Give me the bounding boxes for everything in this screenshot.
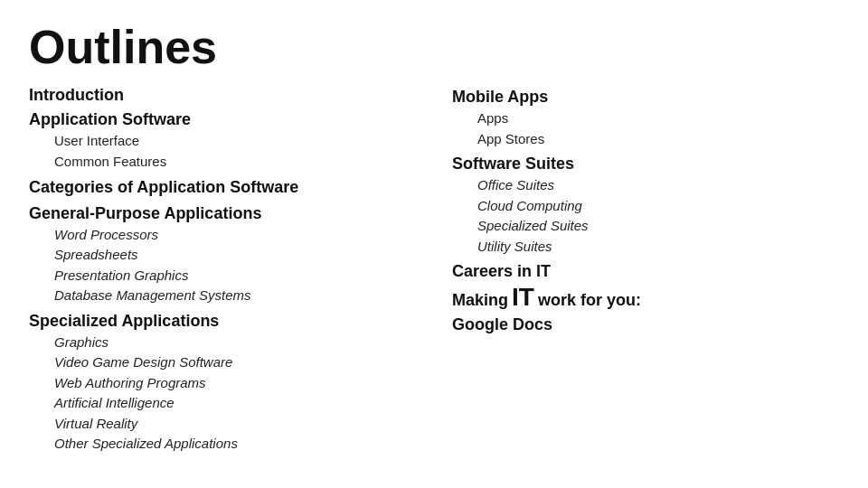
making-suffix: work for you:: [538, 291, 641, 310]
video-game-item: Video Game Design Software: [54, 352, 416, 373]
other-specialized-item: Other Specialized Applications: [54, 434, 416, 455]
general-purpose-heading: General-Purpose Applications: [29, 204, 416, 223]
database-management-item: Database Management Systems: [54, 286, 416, 306]
office-suites-item: Office Suites: [477, 175, 839, 196]
common-features-item: Common Features: [54, 152, 416, 173]
utility-suites-item: Utility Suites: [477, 237, 839, 258]
right-column: Mobile Apps Apps App Stores Software Sui…: [434, 82, 839, 454]
making-prefix: Making: [452, 291, 508, 310]
left-column: Introduction Application Software User I…: [29, 82, 434, 454]
user-interface-item: User Interface: [54, 131, 416, 152]
presentation-graphics-item: Presentation Graphics: [54, 266, 416, 286]
app-stores-item: App Stores: [477, 129, 839, 150]
page-title: Outlines: [29, 22, 839, 73]
graphics-item: Graphics: [54, 333, 416, 353]
word-processors-item: Word Processors: [54, 225, 416, 246]
cloud-computing-item: Cloud Computing: [477, 196, 839, 217]
google-docs-item: Google Docs: [452, 315, 839, 334]
apps-item: Apps: [477, 108, 839, 129]
categories-heading: Categories of Application Software: [29, 177, 416, 198]
making-it-large: IT: [512, 285, 534, 310]
making-it-row: Making IT work for you:: [452, 285, 839, 310]
ai-item: Artificial Intelligence: [54, 393, 416, 414]
software-suites-heading: Software Suites: [452, 155, 839, 174]
specialized-apps-heading: Specialized Applications: [29, 312, 416, 331]
mobile-apps-heading: Mobile Apps: [452, 88, 839, 107]
intro-item: Introduction: [29, 86, 416, 105]
spreadsheets-item: Spreadsheets: [54, 245, 416, 266]
specialized-suites-item: Specialized Suites: [477, 216, 839, 237]
careers-heading: Careers in IT: [452, 262, 839, 281]
web-authoring-item: Web Authoring Programs: [54, 373, 416, 394]
app-software-heading: Application Software: [29, 110, 416, 129]
vr-item: Virtual Reality: [54, 414, 416, 435]
